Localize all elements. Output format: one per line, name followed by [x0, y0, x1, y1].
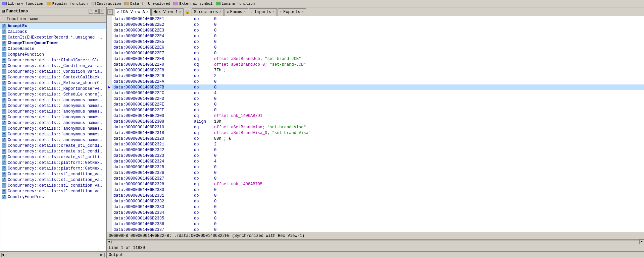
functions-header: ⊞ Functions □ ⧉ × — [0, 7, 106, 15]
fn-item-1[interactable]: fCallback — [0, 29, 106, 35]
fn-item-7[interactable]: fConcurrency::details::_Condition_variab… — [0, 63, 106, 69]
fn-item-15[interactable]: fConcurrency::details::`anonymous namesp… — [0, 109, 106, 114]
code-line-18[interactable]: data:00000001406B2308align10h — [112, 119, 644, 124]
code-line-37[interactable]: data:00000001406B2337db0 — [112, 227, 644, 232]
fn-item-0[interactable]: fAcceptEx — [0, 23, 106, 29]
fn-item-21[interactable]: fConcurrency::details::create_stl_condit… — [0, 143, 106, 148]
fn-item-5[interactable]: fCompareFunction — [0, 52, 106, 57]
fn-scroll-left[interactable]: ◄ — [1, 253, 6, 257]
tab-ida-view-a[interactable]: A IDA View-A × — [115, 8, 151, 16]
code-line-34[interactable]: data:00000001406B2334db0 — [112, 210, 644, 215]
functions-list[interactable]: fAcceptExfCallbackfCatchIt(EHExceptionRe… — [0, 23, 106, 251]
fn-item-18[interactable]: fConcurrency::details::`anonymous namesp… — [0, 126, 106, 131]
code-scroll-left[interactable]: ◄ — [107, 240, 111, 244]
fn-item-4[interactable]: fCloseHandle — [0, 46, 106, 52]
code-line-21[interactable]: data:00000001406B2320db80h ; € — [112, 136, 644, 141]
code-line-22[interactable]: data:00000001406B2321db2 — [112, 141, 644, 147]
code-line-25[interactable]: data:00000001406B2324db4 — [112, 158, 644, 164]
code-line-24[interactable]: data:00000001406B2323db0 — [112, 153, 644, 158]
fn-item-16[interactable]: fConcurrency::details::`anonymous namesp… — [0, 114, 106, 120]
code-line-11[interactable]: data:00000001406B22FAdb0 — [112, 79, 644, 84]
fn-scroll-right[interactable]: ► — [100, 253, 105, 257]
tab-exports[interactable]: ↑ Exports × — [278, 8, 306, 16]
fn-item-3[interactable]: fChangeTimerQueueTimer — [0, 40, 106, 46]
fn-item-8[interactable]: fConcurrency::details::_Condition_variab… — [0, 69, 106, 74]
code-line-5[interactable]: data:00000001406B22E6db0 — [112, 45, 644, 50]
tab-structures[interactable]: Structures × — [192, 8, 224, 16]
code-line-32[interactable]: data:00000001406B2332db0 — [112, 198, 644, 204]
code-line-9[interactable]: data:00000001406B22F8db7Fh ; — [112, 67, 644, 73]
line-marker-30 — [107, 187, 112, 193]
fn-item-9[interactable]: fConcurrency::details::_ContextCallback:… — [0, 74, 106, 80]
code-line-1[interactable]: data:00000001406B22E2db0 — [112, 22, 644, 27]
fn-item-23[interactable]: fConcurrency::details::create_stl_critic… — [0, 154, 106, 160]
code-line-3[interactable]: data:00000001406B22E4db0 — [112, 33, 644, 39]
code-line-13[interactable]: data:00000001406B22FCdb4 — [112, 90, 644, 96]
tab-enums-close[interactable]: × — [244, 10, 246, 14]
code-line-4[interactable]: data:00000001406B22E5db0 — [112, 39, 644, 45]
fn-item-25[interactable]: fConcurrency::details::platform::GetNext… — [0, 166, 106, 171]
code-line-17[interactable]: data:00000001406B2300dqoffset unk_1406AB… — [112, 113, 644, 119]
code-line-8[interactable]: data:00000001406B22F0dqoffset aSetBrandJ… — [112, 62, 644, 67]
code-line-7[interactable]: data:00000001406B22E8dqoffset aSetBrandJ… — [112, 56, 644, 62]
code-line-16[interactable]: data:00000001406B22FFdb0 — [112, 107, 644, 113]
fn-item-29[interactable]: fConcurrency::details::stl_condition_var… — [0, 188, 106, 194]
tab-structures-close[interactable]: × — [219, 10, 221, 14]
code-hscroll-thumb[interactable] — [111, 241, 639, 243]
code-line-2[interactable]: data:00000001406B22E3db0 — [112, 27, 644, 33]
nav-icon[interactable]: ⊞ — [107, 9, 113, 15]
code-line-0[interactable]: data:00000001406B22E1db0 — [112, 16, 644, 22]
fn-item-6[interactable]: fConcurrency::details::GlobalCore::~Glob… — [0, 57, 106, 63]
lock-icon[interactable]: 🔒 — [184, 9, 191, 15]
code-line-19[interactable]: data:00000001406B2310dqoffset aSetBrandV… — [112, 124, 644, 130]
code-line-6[interactable]: data:00000001406B22E7db0 — [112, 50, 644, 56]
code-line-35[interactable]: data:00000001406B2335db0 — [112, 215, 644, 221]
code-scroll-right[interactable]: ► — [639, 240, 644, 244]
code-line-30[interactable]: data:00000001406B2330db0 — [112, 187, 644, 193]
fn-item-26[interactable]: fConcurrency::details::stl_condition_var… — [0, 171, 106, 177]
fn-item-28[interactable]: fConcurrency::details::stl_condition_var… — [0, 183, 106, 188]
fn-col-header-text: Function name — [7, 17, 38, 21]
fn-item-2[interactable]: fCatchIt(EHExceptionRecord *,unsigned __… — [0, 35, 106, 40]
fn-item-11[interactable]: fConcurrency::details::_ReportUnobserved… — [0, 86, 106, 91]
code-line-10[interactable]: data:00000001406B22F9db2 — [112, 73, 644, 79]
functions-close-btn[interactable]: × — [99, 9, 104, 14]
code-line-31[interactable]: data:00000001406B2331db0 — [112, 193, 644, 198]
code-line-33[interactable]: data:00000001406B2333db0 — [112, 204, 644, 210]
code-line-36[interactable]: data:00000001406B2336db0 — [112, 221, 644, 227]
tab-imports-close[interactable]: × — [273, 10, 275, 14]
code-addr-0: data:00000001406B22E1 — [113, 17, 194, 21]
tab-hex-view-1-close[interactable]: × — [179, 10, 181, 14]
code-line-23[interactable]: data:00000001406B2322db0 — [112, 147, 644, 153]
fn-item-14[interactable]: fConcurrency::details::`anonymous namesp… — [0, 103, 106, 109]
fn-hscroll[interactable] — [6, 254, 100, 256]
code-line-28[interactable]: data:00000001406B2327db0 — [112, 176, 644, 181]
code-area[interactable]: data:00000001406B22E1db0data:00000001406… — [112, 16, 644, 232]
fn-item-22[interactable]: fConcurrency::details::create_stl_condit… — [0, 148, 106, 154]
functions-float-btn[interactable]: ⧉ — [94, 9, 99, 14]
tab-enums[interactable]: ≡ Enums × — [225, 8, 248, 16]
fn-item-12[interactable]: fConcurrency::details::_Schedule_chore(C… — [0, 91, 106, 97]
fn-item-30[interactable]: fCountryEnumProc — [0, 194, 106, 200]
functions-restore-btn[interactable]: □ — [89, 9, 93, 14]
fn-item-19[interactable]: fConcurrency::details::`anonymous namesp… — [0, 131, 106, 137]
fn-item-13[interactable]: fConcurrency::details::`anonymous namesp… — [0, 97, 106, 103]
fn-icon-8: f — [2, 69, 6, 74]
code-line-29[interactable]: data:00000001406B2328dqoffset unk_1406AB… — [112, 181, 644, 187]
code-line-26[interactable]: data:00000001406B2325db0 — [112, 164, 644, 170]
tab-imports[interactable]: ↓ Imports × — [249, 8, 277, 16]
code-line-15[interactable]: data:00000001406B22FEdb0 — [112, 102, 644, 107]
code-line-14[interactable]: data:00000001406B22FDdb0 — [112, 96, 644, 102]
code-line-20[interactable]: data:00000001406B2318dqoffset aSetBrandV… — [112, 130, 644, 136]
code-hscroll-bar[interactable]: ◄ ► — [107, 239, 644, 244]
tab-hex-view-1[interactable]: Hex View-1 × — [151, 8, 184, 16]
code-line-27[interactable]: data:00000001406B2326db0 — [112, 170, 644, 176]
code-line-12[interactable]: data:00000001406B22FBdb0 — [112, 84, 644, 90]
fn-item-20[interactable]: fConcurrency::details::`anonymous namesp… — [0, 137, 106, 143]
fn-item-10[interactable]: fConcurrency::details::_Release_chore(Co… — [0, 80, 106, 86]
fn-item-17[interactable]: fConcurrency::details::`anonymous namesp… — [0, 120, 106, 126]
tab-exports-close[interactable]: × — [302, 10, 304, 14]
fn-item-24[interactable]: fConcurrency::details::platform::GetNext… — [0, 160, 106, 166]
tab-ida-view-a-close[interactable]: × — [146, 10, 148, 14]
fn-item-27[interactable]: fConcurrency::details::stl_condition_var… — [0, 177, 106, 183]
